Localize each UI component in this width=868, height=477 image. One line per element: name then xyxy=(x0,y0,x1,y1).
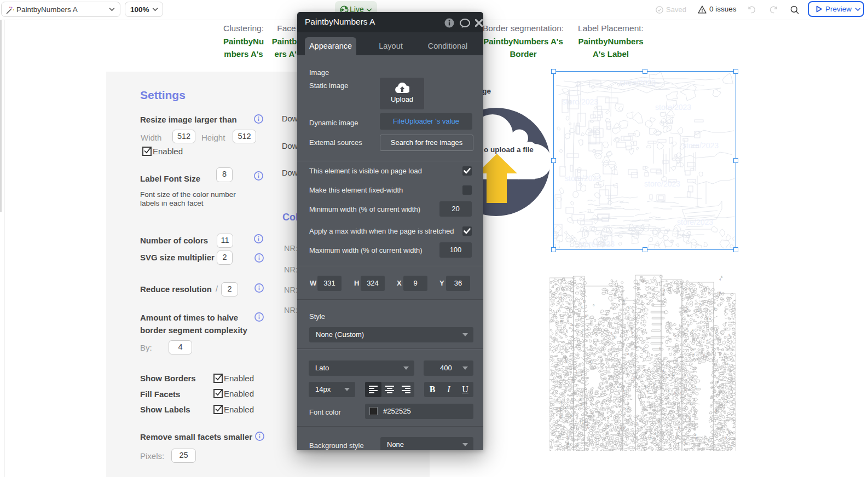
svg-text:store/2023: store/2023 xyxy=(682,141,719,150)
svg-text:store/2023: store/2023 xyxy=(578,240,615,248)
svg-text:store/2023: store/2023 xyxy=(655,103,691,112)
svg-text:store/2023: store/2023 xyxy=(677,218,713,226)
